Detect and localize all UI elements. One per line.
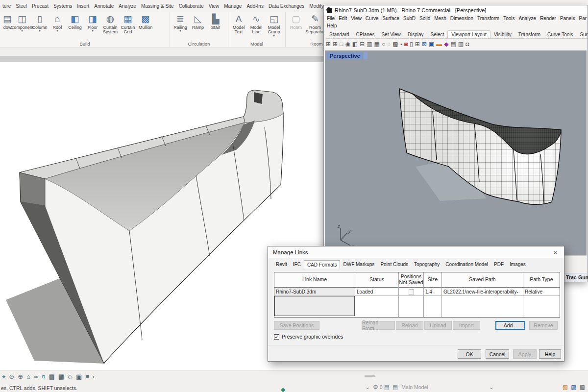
- viewport-rows-icon[interactable]: ▥: [367, 41, 372, 48]
- display-sphere-icon[interactable]: ◙: [404, 41, 408, 48]
- viewport-4view-icon[interactable]: ⊞: [333, 41, 338, 48]
- menu-file[interactable]: File: [325, 15, 337, 23]
- unload-button[interactable]: Unload: [424, 321, 452, 330]
- worksets-icon[interactable]: ⚙: [373, 384, 378, 391]
- viewport-single-icon[interactable]: □: [340, 41, 343, 48]
- col-path-type[interactable]: Path Type: [523, 272, 560, 288]
- help-button[interactable]: Help: [539, 349, 561, 359]
- ribbon-tab-collaborate[interactable]: Collaborate: [176, 3, 206, 9]
- apply-button[interactable]: Apply: [513, 349, 537, 359]
- ribbon-tab-annotate[interactable]: Annotate: [92, 3, 116, 9]
- menu-tools[interactable]: Tools: [501, 15, 516, 23]
- toolbar-tab-transform[interactable]: Transform: [515, 31, 544, 38]
- ribbon-tab-data-exchanges[interactable]: Data Exchanges: [266, 3, 307, 9]
- ribbon-tab-architecture[interactable]: ture: [0, 3, 13, 9]
- filter-remove-icon[interactable]: ⊘: [9, 373, 14, 381]
- remove-button[interactable]: Remove: [529, 321, 558, 330]
- save-positions-button[interactable]: Save Positions: [274, 321, 319, 330]
- new-viewport-icon[interactable]: ⊞: [415, 41, 420, 48]
- toolbar-tab-curve-tools[interactable]: Curve Tools: [544, 31, 577, 38]
- rhino-subd-model[interactable]: [393, 86, 565, 208]
- cell-saved-path[interactable]: GL2022.1\new-file-interoperability-for: [442, 288, 523, 296]
- toolbar-tab-standard[interactable]: Standard: [326, 31, 353, 38]
- reload-button[interactable]: Reload: [396, 321, 423, 330]
- main-model-select[interactable]: Main Model: [401, 384, 428, 390]
- menu-subd[interactable]: SubD: [401, 15, 417, 23]
- dot-tool-icon[interactable]: ▪: [400, 41, 402, 48]
- toolbar-tab-surface-tools[interactable]: Surfa: [577, 31, 588, 38]
- model-group-button[interactable]: ◱ Model Group ▾: [265, 13, 283, 37]
- reload-from-button[interactable]: Reload From...: [362, 321, 395, 330]
- table-row[interactable]: Rhino7-SubD.3dm Loaded 1.4 MB GL2022.1\n…: [274, 288, 560, 296]
- menu-render[interactable]: Render: [538, 15, 558, 23]
- sheet-icon[interactable]: ▤: [49, 373, 55, 381]
- toolbar-tab-viewport-layout[interactable]: Viewport Layout: [447, 30, 490, 39]
- gumball-toggle[interactable]: Gumba: [578, 274, 588, 280]
- menu-transform[interactable]: Transform: [475, 15, 501, 23]
- viewport-label[interactable]: Perspective: [327, 52, 368, 59]
- col-size[interactable]: Size: [424, 272, 442, 288]
- ceiling-button[interactable]: ◧ Ceiling: [66, 13, 84, 30]
- link-icon[interactable]: ∞: [34, 373, 38, 381]
- cell-link-name[interactable]: Rhino7-SubD.3dm: [274, 288, 355, 296]
- ribbon-tab-addins[interactable]: Add-Ins: [244, 3, 266, 9]
- smarttrack-toggle[interactable]: Trac: [566, 274, 577, 280]
- ribbon-tab-massing-site[interactable]: Massing & Site: [139, 3, 176, 9]
- design-options-icon[interactable]: ▤: [392, 384, 398, 391]
- rhino-titlebar[interactable]: Rhino7-SubD.3dm (1 MB) - Rhino 7 Commerc…: [324, 5, 588, 15]
- ramp-button[interactable]: ◺ Ramp: [189, 13, 207, 30]
- camera-icon[interactable]: ◆: [444, 41, 448, 48]
- col-status[interactable]: Status: [355, 272, 399, 288]
- menu-dimension[interactable]: Dimension: [448, 15, 475, 23]
- positions-checkbox[interactable]: [409, 289, 414, 294]
- tab-images[interactable]: Images: [507, 261, 529, 269]
- menu-surface[interactable]: Surface: [381, 15, 401, 23]
- background-processes-icon[interactable]: ▩: [580, 384, 585, 391]
- zoom-tool-icon[interactable]: ◌: [387, 41, 391, 48]
- cancel-button[interactable]: Cancel: [486, 349, 509, 359]
- ribbon-tab-manage[interactable]: Manage: [221, 3, 244, 9]
- collapse-toolbar-icon[interactable]: ‹: [93, 373, 95, 381]
- component-button[interactable]: ◫ Component ▾: [13, 13, 31, 32]
- lock-viewport-icon[interactable]: ◘: [466, 41, 469, 48]
- model-line-button[interactable]: ∿ Model Line: [247, 13, 265, 35]
- caret-icon[interactable]: ⌄: [489, 384, 494, 391]
- dialog-titlebar[interactable]: Manage Links ×: [268, 246, 564, 258]
- ribbon-tab-steel[interactable]: Steel: [13, 3, 29, 9]
- room-button[interactable]: ▢ Room: [287, 13, 305, 30]
- crop-icon[interactable]: ▣: [76, 373, 82, 381]
- cell-positions-checkbox[interactable]: [399, 288, 424, 296]
- statusbar-drag-handle[interactable]: [365, 375, 375, 377]
- press-drag-icon[interactable]: ▨: [571, 384, 576, 391]
- col-positions-not-saved[interactable]: Positions Not Saved: [399, 272, 424, 288]
- editable-only-icon[interactable]: ▤: [384, 384, 390, 391]
- ribbon-tab-insert[interactable]: Insert: [74, 3, 92, 9]
- stair-button[interactable]: ▙ Stair: [207, 13, 224, 30]
- cell-size[interactable]: 1.4 MB: [424, 288, 442, 296]
- curtain-system-button[interactable]: ◍ Curtain System: [101, 13, 119, 35]
- menu-paneling-tools[interactable]: Paneling Tools: [577, 15, 587, 23]
- ribbon-tab-analyze[interactable]: Analyze: [116, 3, 139, 9]
- toolbar-tab-set-view[interactable]: Set View: [378, 31, 404, 38]
- open-viewport-file-icon[interactable]: ▬: [436, 41, 442, 48]
- menu-solid[interactable]: Solid: [417, 15, 432, 23]
- manage-links-dialog[interactable]: Manage Links × Revit IFC CAD Formats DWF…: [268, 246, 564, 362]
- list-icon[interactable]: ≡: [85, 373, 89, 381]
- menu-view[interactable]: View: [349, 15, 364, 23]
- viewport-hsplit-icon[interactable]: ⊟: [360, 41, 365, 48]
- ribbon-tab-view[interactable]: View: [206, 3, 222, 9]
- background-icon[interactable]: ◇: [68, 373, 73, 381]
- named-views-icon[interactable]: ▣: [429, 41, 434, 48]
- roof-button[interactable]: ⌂ Roof ▾: [49, 13, 66, 32]
- exclude-options-icon[interactable]: ▧: [563, 384, 568, 391]
- viewport-target-icon[interactable]: ◉: [345, 41, 350, 48]
- tab-revit[interactable]: Revit: [273, 261, 290, 269]
- cell-path-type[interactable]: Relative: [523, 288, 560, 296]
- tab-topography[interactable]: Topography: [411, 261, 442, 269]
- print-icon[interactable]: ▤: [451, 41, 456, 48]
- tab-ifc[interactable]: IFC: [290, 261, 304, 269]
- viewport-grid-icon[interactable]: ▦: [374, 41, 380, 48]
- mullion-button[interactable]: ▩ Mullion: [137, 13, 154, 30]
- model-text-button[interactable]: A Model Text: [230, 13, 247, 35]
- toolbar-tab-cplanes[interactable]: CPlanes: [353, 31, 378, 38]
